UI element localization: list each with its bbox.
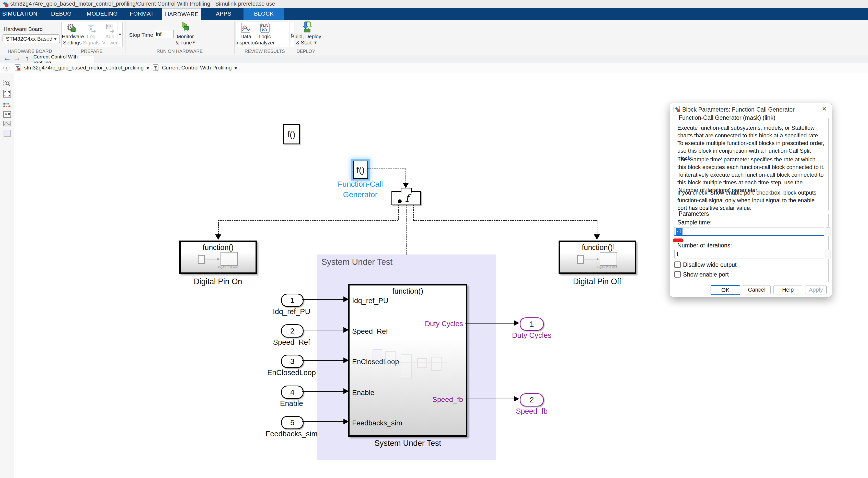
wire-arrowhead xyxy=(343,297,349,302)
inport-5-label[interactable]: Feedbacks_sim xyxy=(256,430,327,438)
breadcrumb-item-root[interactable]: stm32g474re_gpio_based_motor_control_pro… xyxy=(24,65,144,71)
tab-format[interactable]: FORMAT xyxy=(126,8,157,20)
ok-button[interactable]: OK xyxy=(711,285,740,295)
breadcrumb-item-current[interactable]: Current Control With Profiling xyxy=(162,65,232,71)
tab-debug[interactable]: DEBUG xyxy=(47,8,75,20)
dialog-simulink-icon xyxy=(674,106,680,112)
signal-wire[interactable] xyxy=(302,299,344,300)
show-enable-port-label[interactable]: Show enable port xyxy=(683,271,729,278)
wire-split-to-pin-off[interactable] xyxy=(413,220,597,221)
prepare-gallery-expand[interactable]: ▾ xyxy=(118,22,122,46)
disallow-wide-output-checkbox[interactable] xyxy=(674,262,681,268)
digital-pin-on-name[interactable]: Digital Pin On xyxy=(182,277,254,286)
tab-hardware[interactable]: HARDWARE xyxy=(162,8,202,20)
sample-time-options-button[interactable]: ⋮ xyxy=(826,227,831,236)
area-annotation-icon[interactable] xyxy=(3,129,11,137)
outport-1-label[interactable]: Duty Cycles xyxy=(496,331,567,340)
close-icon[interactable]: ✕ xyxy=(820,105,828,113)
cancel-button[interactable]: Cancel xyxy=(743,285,771,295)
canvas-tool-palette: A xyxy=(0,73,14,478)
trigger-port-icon xyxy=(234,244,238,249)
simulink-model-icon xyxy=(2,1,9,7)
parameters-legend: Parameters xyxy=(677,210,711,217)
iterations-input[interactable]: 1 xyxy=(674,250,824,259)
fit-to-view-icon[interactable] xyxy=(3,90,11,98)
digital-pin-on-block[interactable]: function() Digital Port Write xyxy=(179,241,257,274)
apply-button[interactable]: Apply xyxy=(805,285,827,295)
digital-pin-off-block[interactable]: function() Digital Port Write xyxy=(559,241,636,274)
function-call-block[interactable]: f() xyxy=(283,124,300,144)
wire-fcg-to-split[interactable] xyxy=(367,169,406,169)
hardware-board-select[interactable]: STM32G4xx Based ▾ xyxy=(3,34,60,43)
breadcrumb-arrow-icon[interactable]: ▶ xyxy=(235,65,238,70)
wire-split-to-pin-off[interactable] xyxy=(597,220,597,235)
document-tab[interactable]: Current Control With Profiling xyxy=(33,56,94,63)
back-icon[interactable]: ← xyxy=(5,56,10,63)
parameters-group: Parameters Sample time: -1 ⋮ Number of i… xyxy=(673,214,829,282)
signal-wire[interactable] xyxy=(465,399,514,399)
split-f-label: f xyxy=(402,192,412,204)
system-under-test-name[interactable]: System Under Test xyxy=(372,439,443,448)
chevron-down-icon: ▾ xyxy=(119,32,121,37)
logic-analyzer-button[interactable]: Logic Analyzer xyxy=(255,22,274,47)
inport-4-label[interactable]: Enable xyxy=(256,399,327,408)
tab-modeling[interactable]: MODELING xyxy=(86,8,119,20)
inport-1[interactable]: 1 xyxy=(281,294,304,307)
inport-4[interactable]: 4 xyxy=(281,385,304,399)
image-annotation-icon[interactable] xyxy=(3,120,11,128)
signal-wire[interactable] xyxy=(302,421,344,422)
wire-split-to-pin-on[interactable] xyxy=(218,220,219,235)
tab-block[interactable]: BLOCK xyxy=(244,8,284,20)
signal-wire[interactable] xyxy=(465,323,514,323)
function-call-split-block[interactable]: f xyxy=(392,191,421,205)
signal-wire[interactable] xyxy=(302,360,344,361)
wire-split-to-pin-on[interactable] xyxy=(218,220,398,220)
add-viewer-button[interactable]: Add Viewer xyxy=(102,22,118,47)
outport-2-label[interactable]: Speed_fb xyxy=(496,407,567,415)
show-enable-port-checkbox[interactable] xyxy=(674,271,681,278)
iterations-options-button[interactable]: ⋮ xyxy=(826,250,831,259)
signal-wire[interactable] xyxy=(302,330,344,331)
sut-port-label-out: Speed_fb xyxy=(432,396,463,404)
inport-2[interactable]: 2 xyxy=(281,324,304,338)
log-signals-button[interactable]: Log Signals xyxy=(83,22,99,47)
wire-arrowhead xyxy=(343,388,349,394)
disallow-wide-output-label[interactable]: Disallow wide output xyxy=(683,262,737,268)
dialog-description: The 'Sample time' parameter specifies th… xyxy=(677,156,825,194)
subsystem-preview-watermark xyxy=(370,347,447,385)
system-under-test-block[interactable]: function() Idq_ref_PU Speed_Ref EnClosed… xyxy=(348,284,467,437)
inport-5[interactable]: 5 xyxy=(281,416,304,429)
help-button[interactable]: Help xyxy=(773,285,802,295)
inport-3-label[interactable]: EnClosedLoop xyxy=(256,369,327,377)
wire-fcg-to-split[interactable] xyxy=(405,169,406,183)
signal-wire[interactable] xyxy=(302,391,344,392)
monitor-tune-button[interactable]: Monitor & Tune ▾ xyxy=(174,22,197,47)
inport-2-label[interactable]: Speed_Ref xyxy=(256,338,327,346)
digital-pin-off-name[interactable]: Digital Pin Off xyxy=(561,277,633,286)
sample-time-input[interactable]: -1 xyxy=(674,227,824,236)
expand-model-browser-button[interactable]: + xyxy=(3,65,9,71)
function-call-generator-block[interactable]: f() xyxy=(353,161,368,179)
title-bar: stm32g474re_gpio_based_motor_control_pro… xyxy=(0,0,868,8)
outport-1[interactable]: 1 xyxy=(520,317,544,331)
inport-3[interactable]: 3 xyxy=(281,355,304,368)
wire-split-to-pin-on[interactable] xyxy=(398,205,399,220)
hardware-settings-button[interactable]: ⚙ Hardware Settings xyxy=(64,22,80,47)
zoom-region-icon[interactable] xyxy=(3,79,11,88)
stop-time-input[interactable]: inf xyxy=(154,30,174,38)
up-icon[interactable]: ↑ xyxy=(25,56,30,63)
tab-simulation[interactable]: SIMULATION xyxy=(3,8,37,20)
tab-apps[interactable]: APPS xyxy=(211,8,236,20)
compare-signals-icon[interactable] xyxy=(3,101,11,109)
outport-2[interactable]: 2 xyxy=(520,393,544,407)
breadcrumb-arrow-icon[interactable]: ▶ xyxy=(147,65,150,70)
annotation-icon[interactable]: A xyxy=(3,110,11,118)
data-inspector-button[interactable]: Data Inspector xyxy=(237,22,255,47)
inport-1-label[interactable]: Idq_ref_PU xyxy=(256,307,327,316)
section-hardware-board: HARDWARE BOARD xyxy=(0,49,60,54)
function-call-generator-name[interactable]: Function-Call Generator xyxy=(324,180,396,199)
forward-icon[interactable]: → xyxy=(14,56,20,63)
wire-split-to-pin-off[interactable] xyxy=(413,205,414,220)
simulink-window: stm32g474re_gpio_based_motor_control_pro… xyxy=(0,0,868,478)
build-deploy-button[interactable]: Build, Deploy & Start ▾ xyxy=(291,22,321,47)
